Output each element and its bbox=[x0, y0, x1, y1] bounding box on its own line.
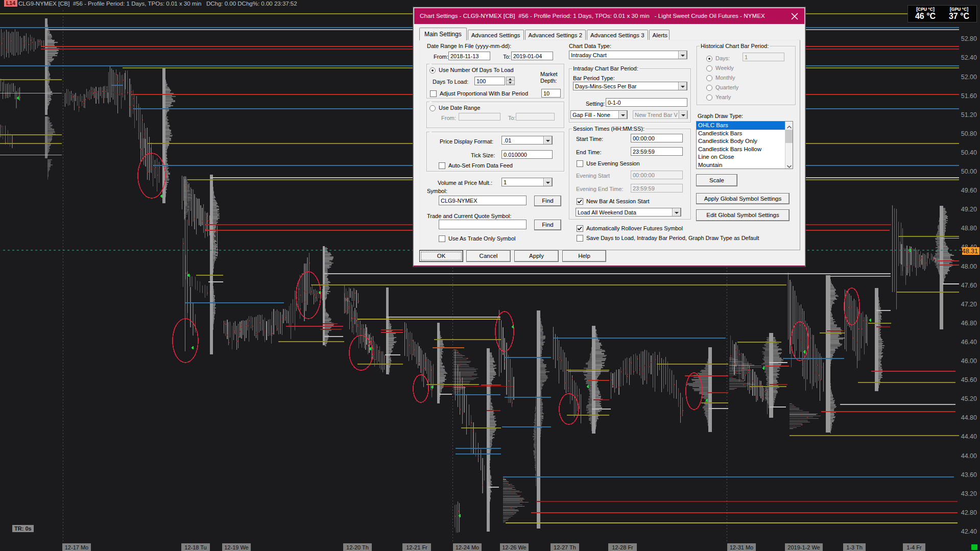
svg-text:52.40: 52.40 bbox=[961, 54, 977, 61]
svg-text:42.80: 42.80 bbox=[961, 509, 977, 516]
svg-text:46.40: 46.40 bbox=[961, 339, 977, 346]
svg-text:49.60: 49.60 bbox=[961, 187, 977, 194]
svg-text:12-26 We: 12-26 We bbox=[502, 544, 527, 550]
svg-text:12-28 Fr: 12-28 Fr bbox=[612, 544, 633, 550]
svg-text:12-19 We: 12-19 We bbox=[224, 544, 249, 550]
svg-text:44.00: 44.00 bbox=[961, 452, 977, 460]
svg-text:12-21 Fr: 12-21 Fr bbox=[406, 544, 427, 550]
svg-text:43.60: 43.60 bbox=[961, 471, 977, 478]
svg-text:52.80: 52.80 bbox=[961, 35, 977, 42]
svg-text:51.60: 51.60 bbox=[961, 92, 977, 100]
svg-text:12-31 Mo: 12-31 Mo bbox=[730, 544, 753, 550]
svg-text:50.40: 50.40 bbox=[961, 149, 977, 156]
svg-text:43.20: 43.20 bbox=[961, 490, 977, 497]
svg-text:45.60: 45.60 bbox=[961, 376, 977, 384]
svg-text:12-27 Th: 12-27 Th bbox=[554, 544, 576, 550]
svg-text:47.20: 47.20 bbox=[961, 301, 977, 308]
svg-text:1-3 Th: 1-3 Th bbox=[846, 544, 863, 550]
svg-text:12-24 Mo: 12-24 Mo bbox=[456, 544, 479, 550]
svg-text:1-4 Fr: 1-4 Fr bbox=[906, 544, 922, 550]
svg-text:12-17 Mo: 12-17 Mo bbox=[65, 544, 88, 550]
svg-text:46.00: 46.00 bbox=[961, 357, 977, 365]
svg-text:48.31: 48.31 bbox=[962, 248, 978, 255]
svg-text:52.00: 52.00 bbox=[961, 74, 977, 81]
svg-text:50.80: 50.80 bbox=[961, 130, 977, 137]
svg-text:42.40: 42.40 bbox=[961, 528, 977, 535]
svg-text:45.20: 45.20 bbox=[961, 395, 977, 402]
svg-text:44.80: 44.80 bbox=[961, 414, 977, 421]
svg-text:48.00: 48.00 bbox=[961, 263, 977, 270]
svg-text:12-18 Tu: 12-18 Tu bbox=[184, 544, 206, 550]
svg-text:12-20 Th: 12-20 Th bbox=[346, 544, 369, 550]
svg-text:50.00: 50.00 bbox=[961, 168, 977, 175]
svg-text:51.20: 51.20 bbox=[961, 111, 977, 118]
svg-text:47.60: 47.60 bbox=[961, 282, 977, 289]
svg-text:49.20: 49.20 bbox=[961, 206, 977, 213]
svg-text:44.40: 44.40 bbox=[961, 433, 977, 440]
svg-text:2019-1-2 We: 2019-1-2 We bbox=[787, 544, 820, 550]
svg-text:46.80: 46.80 bbox=[961, 320, 977, 327]
svg-text:48.80: 48.80 bbox=[961, 225, 977, 232]
